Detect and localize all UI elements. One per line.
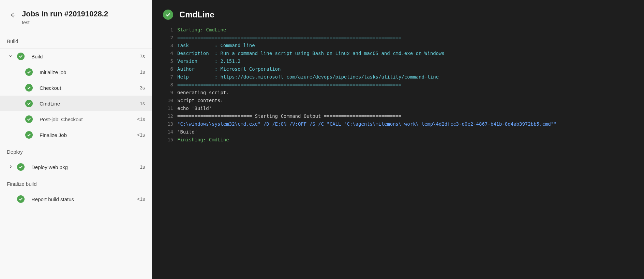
log-line: 2=======================================… [163, 34, 644, 42]
log-line: 9Generating script. [163, 89, 644, 97]
log-lineno: 8 [163, 81, 177, 89]
log-content: ========================================… [177, 81, 401, 89]
log-panel: CmdLine 1Starting: CmdLine2=============… [152, 0, 644, 279]
log-lineno: 13 [163, 120, 177, 128]
log-line: 13"C:\windows\system32\cmd.exe" /D /E:ON… [163, 120, 644, 128]
step-label: Initialize job [40, 69, 140, 75]
step-label: Post-job: Checkout [40, 116, 137, 122]
success-icon [17, 163, 25, 171]
log-lineno: 4 [163, 50, 177, 57]
log-area[interactable]: 1Starting: CmdLine2=====================… [152, 26, 644, 144]
stage-label: Build [0, 32, 152, 48]
log-content: Generating script. [177, 89, 229, 97]
stage-label: Deploy [0, 143, 152, 159]
success-icon [17, 53, 25, 60]
chevron-right-icon [8, 164, 13, 170]
page-title: Jobs in run #20191028.2 [22, 10, 108, 18]
success-icon [17, 195, 25, 203]
log-line: 3Task : Command line [163, 42, 644, 50]
step-row[interactable]: Finalize Job<1s [0, 127, 152, 143]
step-duration: 1s [140, 101, 145, 106]
log-line: 6Author : Microsoft Corporation [163, 65, 644, 73]
log-content: Description : Run a command line script … [177, 50, 445, 57]
log-lineno: 5 [163, 57, 177, 65]
step-duration: <1s [137, 132, 145, 138]
log-lineno: 14 [163, 128, 177, 136]
job-duration: <1s [137, 196, 145, 202]
log-lineno: 15 [163, 136, 177, 144]
log-header: CmdLine [152, 0, 644, 26]
log-line: 12========================== Starting Co… [163, 112, 644, 120]
job-label: Build [31, 54, 140, 59]
log-content: "C:\windows\system32\cmd.exe" /D /E:ON /… [177, 120, 557, 128]
log-lineno: 10 [163, 97, 177, 104]
success-icon [163, 10, 173, 20]
log-line: 11echo 'Build' [163, 104, 644, 112]
log-title: CmdLine [179, 10, 214, 19]
chevron-down-icon [8, 54, 13, 59]
step-duration: <1s [137, 116, 145, 122]
log-line: 7Help : https://docs.microsoft.com/azure… [163, 73, 644, 81]
step-row[interactable]: Initialize job1s [0, 64, 152, 80]
success-icon [25, 84, 33, 92]
log-line: 8=======================================… [163, 81, 644, 89]
log-lineno: 3 [163, 42, 177, 50]
job-row[interactable]: Build7s [0, 48, 152, 64]
back-button[interactable] [8, 10, 18, 20]
log-content: echo 'Build' [177, 104, 212, 112]
stage-label: Finalize build [0, 175, 152, 191]
success-icon [25, 131, 33, 139]
log-lineno: 6 [163, 65, 177, 73]
log-lineno: 1 [163, 26, 177, 34]
log-content: Task : Command line [177, 42, 255, 50]
job-duration: 7s [140, 54, 145, 59]
arrow-left-icon [10, 12, 16, 18]
step-label: Checkout [40, 85, 140, 91]
log-line: 10Script contents: [163, 97, 644, 104]
success-icon [25, 115, 33, 123]
step-row[interactable]: Post-job: Checkout<1s [0, 111, 152, 127]
jobs-sidebar: Jobs in run #20191028.2 test BuildBuild7… [0, 0, 152, 279]
job-label: Deploy web pkg [31, 164, 140, 170]
log-lineno: 12 [163, 112, 177, 120]
log-content: Finishing: CmdLine [177, 136, 229, 144]
log-content: Help : https://docs.microsoft.com/azure/… [177, 73, 439, 81]
log-line: 15Finishing: CmdLine [163, 136, 644, 144]
job-row[interactable]: Report build status<1s [0, 191, 152, 207]
log-content: Author : Microsoft Corporation [177, 65, 281, 73]
log-content: ========================== Starting Comm… [177, 112, 401, 120]
job-row[interactable]: Deploy web pkg1s [0, 159, 152, 175]
success-icon [25, 100, 33, 107]
step-duration: 3s [140, 85, 145, 90]
page-subtitle: test [22, 20, 108, 25]
log-content: ========================================… [177, 34, 401, 42]
log-content: Script contents: [177, 97, 223, 104]
step-label: CmdLine [40, 101, 140, 107]
job-label: Report build status [31, 196, 137, 202]
log-content: 'Build' [177, 128, 197, 136]
job-duration: 1s [140, 164, 145, 170]
step-row[interactable]: Checkout3s [0, 80, 152, 96]
log-content: Version : 2.151.2 [177, 57, 240, 65]
log-line: 14'Build' [163, 128, 644, 136]
log-lineno: 2 [163, 34, 177, 42]
log-content: Starting: CmdLine [177, 26, 226, 34]
success-icon [25, 68, 33, 76]
log-lineno: 9 [163, 89, 177, 97]
log-line: 5Version : 2.151.2 [163, 57, 644, 65]
log-line: 1Starting: CmdLine [163, 26, 644, 34]
step-label: Finalize Job [40, 132, 137, 138]
log-lineno: 7 [163, 73, 177, 81]
step-duration: 1s [140, 69, 145, 75]
step-row[interactable]: CmdLine1s [0, 96, 152, 111]
sidebar-header: Jobs in run #20191028.2 test [0, 0, 152, 32]
log-line: 4Description : Run a command line script… [163, 50, 644, 57]
log-lineno: 11 [163, 104, 177, 112]
